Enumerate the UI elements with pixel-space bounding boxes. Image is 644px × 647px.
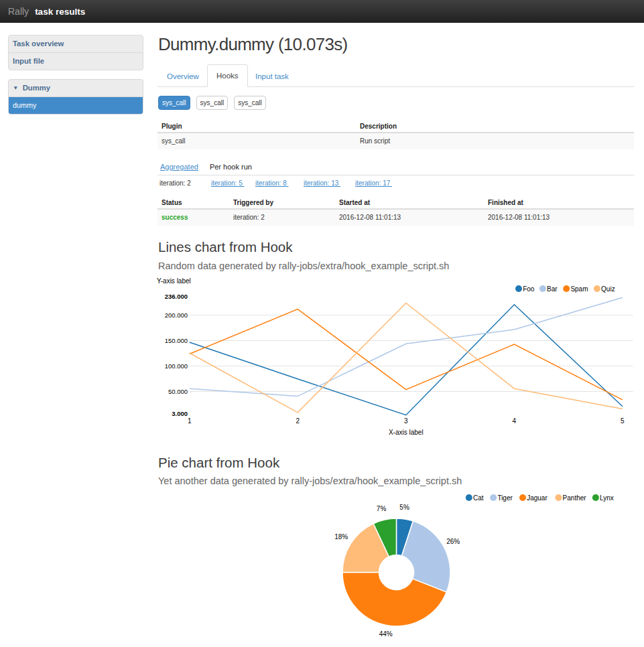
svg-text:3.000: 3.000: [172, 410, 188, 417]
svg-text:4: 4: [513, 417, 517, 425]
svg-text:Y-axis label: Y-axis label: [157, 277, 191, 285]
svg-text:150.000: 150.000: [165, 337, 188, 344]
svg-text:Jaguar: Jaguar: [527, 494, 548, 502]
svg-text:236.000: 236.000: [165, 293, 188, 300]
svg-text:18%: 18%: [334, 533, 348, 541]
svg-text:Spam: Spam: [570, 285, 588, 293]
svg-text:3: 3: [404, 417, 408, 425]
svg-text:Foo: Foo: [523, 285, 535, 293]
svg-text:50.000: 50.000: [168, 388, 188, 395]
svg-text:5%: 5%: [399, 504, 409, 511]
svg-text:Lynx: Lynx: [600, 494, 614, 502]
svg-text:200.000: 200.000: [165, 311, 188, 319]
svg-text:X-axis label: X-axis label: [389, 429, 424, 436]
svg-text:Panther: Panther: [563, 494, 587, 502]
svg-text:44%: 44%: [379, 630, 393, 638]
svg-text:1: 1: [188, 417, 192, 425]
svg-text:100.000: 100.000: [165, 362, 188, 370]
svg-text:Tiger: Tiger: [497, 494, 513, 502]
svg-text:Bar: Bar: [547, 285, 558, 293]
svg-text:5: 5: [621, 417, 625, 425]
svg-text:26%: 26%: [446, 538, 460, 545]
svg-text:Quiz: Quiz: [601, 285, 615, 293]
svg-text:7%: 7%: [377, 505, 387, 512]
svg-text:Cat: Cat: [473, 494, 484, 502]
svg-text:2: 2: [296, 417, 300, 425]
